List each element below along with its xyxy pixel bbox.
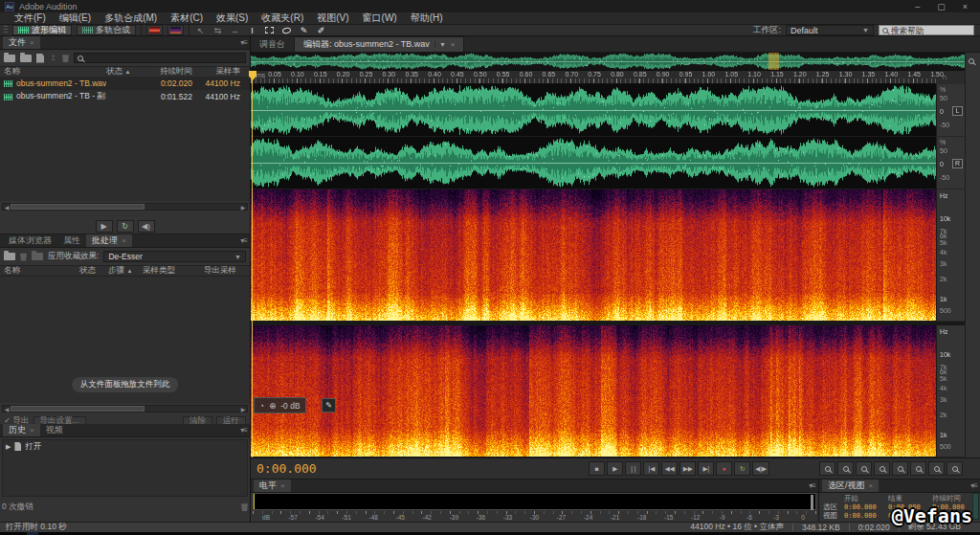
insert-multitrack-icon[interactable]: ↥ [49, 54, 57, 62]
column-sample-type[interactable]: 采样类型 [143, 265, 204, 277]
skip-to-start-button[interactable]: |◀ [643, 461, 659, 476]
channel-badge-right[interactable]: R [952, 159, 963, 168]
menu-item[interactable]: 素材(C) [164, 11, 210, 25]
preview-autoplay-button[interactable]: ◀) [138, 220, 155, 233]
zoom-in-time-button[interactable] [856, 461, 872, 476]
import-file-icon[interactable] [20, 55, 32, 62]
menu-item[interactable]: 视图(V) [310, 11, 355, 25]
brush-hud-button[interactable]: ✎ [322, 398, 336, 412]
lasso-selection-tool-icon[interactable] [280, 25, 293, 36]
close-icon[interactable]: × [869, 481, 874, 490]
close-icon[interactable]: × [451, 40, 456, 49]
multitrack-button[interactable]: 多轨合成 [77, 25, 136, 35]
skip-selection-button[interactable]: ◀|▶ [752, 461, 769, 476]
waveform-right-channel[interactable] [251, 137, 936, 189]
loop-playback-button[interactable]: ↻ [734, 461, 750, 476]
spectrogram-right-channel[interactable] [251, 325, 936, 457]
menu-item[interactable]: 窗口(W) [356, 11, 404, 25]
zoom-full-button[interactable] [947, 461, 963, 476]
view-start[interactable]: 0:00.000 [844, 512, 888, 520]
trash-icon[interactable] [241, 502, 248, 511]
batch-hscrollbar[interactable]: ◀ ▶ [2, 405, 248, 412]
panel-menu-icon[interactable]: ▾≡ [240, 236, 247, 245]
favorite-effect-select[interactable]: De-Esser ▼ [103, 251, 246, 262]
zoom-in-amplitude-button[interactable] [910, 461, 926, 476]
minimize-button[interactable]: – [915, 2, 920, 11]
spectrogram-left-channel[interactable] [251, 189, 936, 322]
rewind-button[interactable]: ◀◀ [661, 461, 678, 476]
waveform-left-channel[interactable] [251, 84, 936, 137]
files-search-input[interactable] [86, 54, 242, 63]
zoom-out-time-button[interactable] [874, 461, 890, 476]
menu-item[interactable]: 帮助(H) [404, 11, 450, 25]
scroll-right-icon[interactable]: ▶ [239, 406, 247, 412]
panel-menu-icon[interactable]: ▾≡ [240, 426, 247, 435]
paintbrush-selection-tool-icon[interactable]: ✎ [298, 25, 310, 36]
tab-editor[interactable]: 编辑器: obus-summen2 - TB.wav ▼ × [294, 36, 464, 52]
menu-item[interactable]: 文件(F) [8, 11, 53, 25]
zoom-in-button[interactable] [819, 461, 835, 476]
fast-forward-button[interactable]: ▶▶ [679, 461, 696, 476]
tab-levels[interactable]: 电平× [254, 479, 291, 492]
marquee-selection-tool-icon[interactable] [263, 25, 276, 36]
close-icon[interactable]: × [280, 481, 285, 490]
pause-button[interactable]: | | [625, 461, 641, 476]
scroll-left-icon[interactable]: ◀ [3, 204, 11, 211]
workspace-select[interactable]: Default ▼ [786, 25, 874, 35]
gain-hud[interactable]: ◔ ⊕ -0 dB [254, 397, 306, 413]
close-icon[interactable]: × [30, 38, 34, 47]
tab-video[interactable]: 视频 [40, 424, 69, 436]
add-files-icon[interactable] [4, 253, 15, 260]
stop-button[interactable]: ■ [589, 461, 605, 476]
column-status[interactable]: 状态 [79, 265, 108, 277]
scroll-left-icon[interactable]: ◀ [3, 406, 11, 412]
preview-loop-button[interactable]: ↻ [117, 220, 134, 233]
menu-item[interactable]: 多轨合成(M) [98, 11, 164, 25]
history-item[interactable]: ▶ 打开 [3, 440, 247, 453]
zoom-navigate-icon[interactable] [969, 56, 974, 66]
help-search-input[interactable] [891, 26, 968, 35]
open-file-icon[interactable] [4, 55, 15, 62]
menu-item[interactable]: 编辑(E) [53, 11, 98, 25]
preview-play-button[interactable]: ▶ [96, 220, 113, 233]
zoom-out-button[interactable] [837, 461, 854, 476]
tab-selection-view[interactable]: 选区/视图× [822, 479, 879, 492]
tab-properties[interactable]: 属性 [57, 234, 86, 247]
column-steps[interactable]: 步骤 ▲ [108, 265, 143, 277]
record-button[interactable]: ● [716, 461, 732, 476]
channel-badge-left[interactable]: L [952, 106, 963, 116]
close-button[interactable]: × [963, 2, 968, 11]
overview-minimap[interactable] [251, 53, 965, 71]
files-hscrollbar[interactable]: ◀ ▶ [2, 203, 248, 211]
slip-tool-icon[interactable]: ⇆ [212, 25, 224, 36]
tab-mixer[interactable]: 调音台 [251, 36, 294, 52]
time-selection-tool-icon[interactable]: I [246, 25, 258, 36]
scroll-right-icon[interactable]: ▶ [239, 204, 247, 211]
panel-menu-icon[interactable]: ▾≡ [809, 481, 815, 490]
selection-panel-scrollbar[interactable] [972, 493, 979, 520]
maximize-button[interactable]: ▢ [937, 2, 946, 11]
tab-history[interactable]: 历史× [3, 424, 40, 436]
remove-files-icon[interactable] [20, 253, 27, 261]
duplicate-icon[interactable] [32, 253, 43, 260]
stretch-tool-icon[interactable]: ↔ [229, 25, 241, 36]
file-row[interactable]: obus-summen2 - TB.wav 0:02.020 44100 Hz [0, 77, 250, 90]
waveform-display-toggle[interactable] [146, 25, 163, 35]
spot-healing-brush-tool-icon[interactable]: ✐ [315, 25, 327, 36]
panel-menu-icon[interactable]: ▾≡ [240, 38, 247, 47]
skip-to-end-button[interactable]: ▶| [698, 461, 714, 476]
file-row[interactable]: obus-summen2 - TB - 副本.wav 0:01.522 4410… [0, 90, 250, 103]
tab-batch-process[interactable]: 批处理× [86, 234, 132, 247]
files-search-box[interactable] [74, 53, 246, 63]
move-tool-icon[interactable]: ↖ [194, 25, 207, 36]
batch-drop-area[interactable]: 从文件面板拖放文件到此 [0, 277, 250, 403]
tab-media-browser[interactable]: 媒体浏览器 [3, 234, 57, 247]
spectral-display-toggle[interactable] [167, 25, 184, 35]
panel-menu-icon[interactable]: ▾≡ [970, 481, 977, 490]
chevron-down-icon[interactable]: ▼ [434, 41, 446, 48]
timeline-ruler[interactable]: hms 0.050.100.150.200.250.300.350.400.45… [251, 71, 936, 84]
column-name[interactable]: 名称 [4, 265, 79, 277]
play-button[interactable]: ▶ [607, 461, 623, 476]
help-search-box[interactable] [879, 25, 974, 35]
waveform-editor-button[interactable]: 波形编辑 [12, 25, 72, 35]
